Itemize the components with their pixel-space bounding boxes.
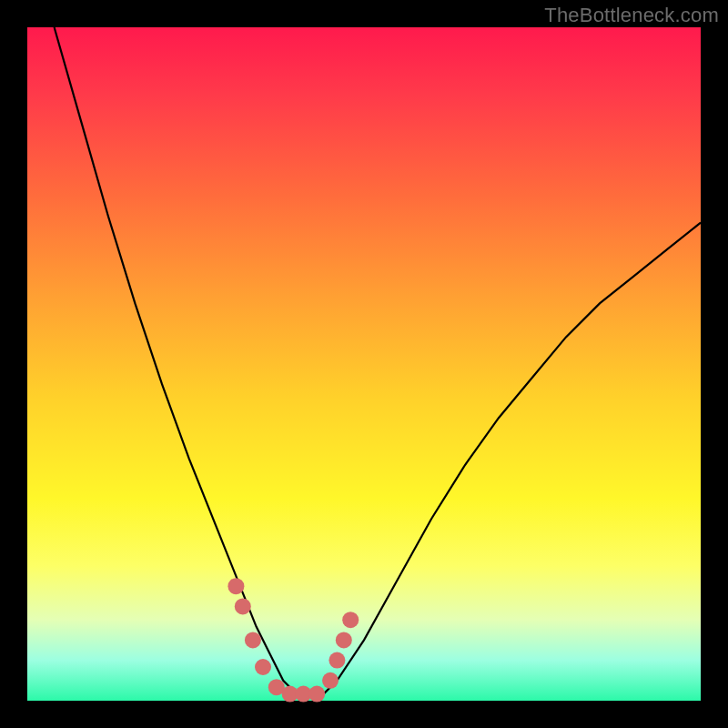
curve-marker (342, 612, 359, 628)
chart-frame: TheBottleneck.com (0, 0, 728, 728)
curve-marker (308, 686, 325, 703)
marker-group (228, 578, 359, 702)
curve-marker (245, 632, 261, 648)
curve-marker (329, 652, 345, 669)
plot-area (27, 27, 701, 701)
curve-marker (336, 632, 352, 648)
curve-marker (235, 598, 251, 614)
curve-marker (228, 578, 244, 594)
curve-svg (27, 27, 701, 701)
bottleneck-curve (55, 27, 701, 694)
curve-marker (322, 672, 339, 689)
curve-marker (255, 659, 271, 675)
watermark-text: TheBottleneck.com (544, 4, 719, 27)
